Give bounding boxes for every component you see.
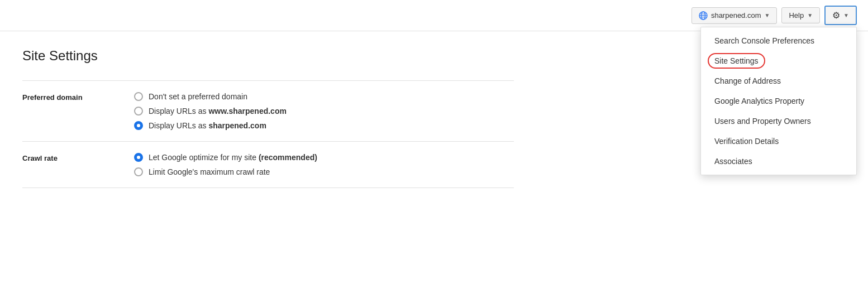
crawl-rate-label: Crawl rate — [22, 153, 112, 176]
crawl-rate-section: Crawl rate Let Google optimize for my si… — [22, 141, 514, 188]
radio-option-www[interactable]: Display URLs as www.sharpened.com — [134, 107, 287, 116]
preferred-domain-label: Preferred domain — [22, 92, 112, 130]
dropdown-item-change-of-address[interactable]: Change of Address — [701, 71, 856, 91]
dropdown-item-site-settings[interactable]: Site Settings — [701, 51, 856, 71]
globe-icon — [699, 11, 708, 20]
site-selector-caret: ▼ — [765, 12, 770, 18]
dropdown-item-users-and-property-owners[interactable]: Users and Property Owners — [701, 111, 856, 131]
dropdown-item-search-console-preferences[interactable]: Search Console Preferences — [701, 31, 856, 51]
radio-let-google-label: Let Google optimize for my site (recomme… — [149, 153, 317, 162]
crawl-rate-options: Let Google optimize for my site (recomme… — [134, 153, 317, 176]
topbar: sharpened.com ▼ Help ▼ ⚙ ▼ Search Consol… — [0, 0, 868, 31]
gear-icon: ⚙ — [832, 10, 840, 21]
radio-limit-crawl-label: Limit Google's maximum crawl rate — [149, 167, 270, 176]
settings-caret: ▼ — [843, 12, 849, 18]
radio-no-preferred[interactable] — [134, 92, 143, 101]
site-selector-button[interactable]: sharpened.com ▼ — [691, 7, 778, 24]
preferred-domain-section: Preferred domain Don't set a preferred d… — [22, 80, 514, 141]
page-title: Site Settings — [22, 48, 514, 64]
dropdown-item-verification-details[interactable]: Verification Details — [701, 131, 856, 151]
radio-non-www[interactable] — [134, 121, 143, 130]
radio-www-label: Display URLs as www.sharpened.com — [149, 107, 287, 116]
non-www-domain: sharpened.com — [208, 121, 266, 130]
main-content: Site Settings Preferred domain Don't set… — [0, 31, 536, 205]
dropdown-item-google-analytics-property[interactable]: Google Analytics Property — [701, 91, 856, 111]
radio-option-limit-crawl[interactable]: Limit Google's maximum crawl rate — [134, 167, 317, 176]
radio-www[interactable] — [134, 107, 143, 116]
site-selector-label: sharpened.com — [711, 11, 761, 20]
radio-no-preferred-label: Don't set a preferred domain — [149, 92, 247, 101]
help-label: Help — [789, 11, 804, 20]
settings-button[interactable]: ⚙ ▼ — [824, 6, 857, 25]
radio-option-let-google[interactable]: Let Google optimize for my site (recomme… — [134, 153, 317, 162]
radio-let-google[interactable] — [134, 153, 143, 162]
radio-non-www-label: Display URLs as sharpened.com — [149, 121, 266, 130]
dropdown-item-associates[interactable]: Associates — [701, 151, 856, 171]
radio-option-no-preferred[interactable]: Don't set a preferred domain — [134, 92, 287, 101]
settings-dropdown-menu: Search Console Preferences Site Settings… — [700, 27, 857, 175]
help-caret: ▼ — [807, 12, 813, 18]
radio-option-non-www[interactable]: Display URLs as sharpened.com — [134, 121, 287, 130]
preferred-domain-options: Don't set a preferred domain Display URL… — [134, 92, 287, 130]
radio-limit-crawl[interactable] — [134, 167, 143, 176]
recommended-label: (recommended) — [259, 153, 317, 162]
www-domain: www.sharpened.com — [208, 107, 287, 116]
help-button[interactable]: Help ▼ — [781, 7, 820, 23]
site-settings-highlight: Site Settings — [714, 56, 759, 65]
